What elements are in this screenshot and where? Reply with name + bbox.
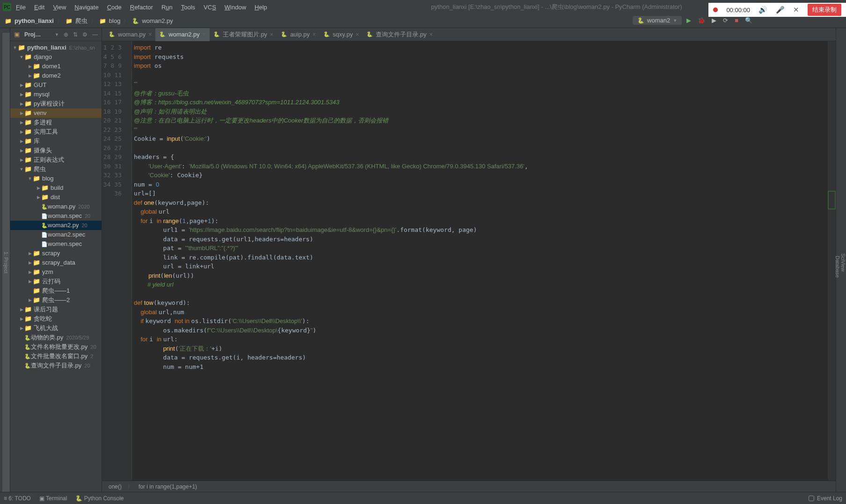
- run-coverage-button[interactable]: ▶: [712, 17, 716, 24]
- terminal-tab[interactable]: ▣ Terminal: [39, 495, 67, 502]
- audio-icon[interactable]: 🔊: [758, 6, 767, 14]
- python-console-tab[interactable]: 🐍 Python Console: [75, 495, 124, 502]
- error-marker[interactable]: [828, 191, 836, 209]
- menu-run[interactable]: Run: [161, 4, 173, 11]
- close-icon[interactable]: ×: [430, 31, 433, 38]
- tree-item[interactable]: ▼📁blog: [10, 174, 102, 183]
- tree-item[interactable]: ▶📁scrapy: [10, 249, 102, 258]
- tab-sqxy[interactable]: 🐍sqxy.py×: [320, 28, 363, 41]
- tree-item[interactable]: ▶📁mysql: [10, 90, 102, 99]
- tree-file[interactable]: 🐍 动物的类.py2020/5/29: [10, 333, 102, 342]
- tree-item[interactable]: ▶📁scrapy_data: [10, 258, 102, 267]
- editor-error-stripe[interactable]: [827, 41, 836, 481]
- tree-file[interactable]: 🐍 文件名称批量更改.py20: [10, 342, 102, 352]
- fold-column[interactable]: [125, 41, 132, 481]
- tree-file[interactable]: 🐍 文件批量改名窗口.py2: [10, 352, 102, 361]
- tree-item[interactable]: ▼📁django: [10, 52, 102, 62]
- tree-item[interactable]: ▼📁爬虫: [10, 165, 102, 174]
- tree-item[interactable]: ▶📁yzm: [10, 267, 102, 277]
- target-icon[interactable]: ⊕: [64, 31, 68, 38]
- chevron-down-icon[interactable]: ▼: [55, 32, 59, 37]
- close-icon[interactable]: ×: [270, 31, 273, 38]
- menu-code[interactable]: Code: [107, 4, 122, 11]
- menu-file[interactable]: File: [16, 4, 26, 11]
- tree-item-venv[interactable]: ▶📁venv: [10, 108, 102, 118]
- menu-view[interactable]: View: [53, 4, 66, 11]
- tab-auip[interactable]: 🐍auip.py×: [277, 28, 320, 41]
- editor-tabs: 🐍woman.py× 🐍woman2.py× 🐍王者荣耀图片.py× 🐍auip…: [102, 28, 836, 41]
- run-button[interactable]: ▶: [686, 17, 691, 24]
- tab-woman2[interactable]: 🐍woman2.py×: [155, 28, 210, 41]
- project-panel-header: ▣ Proj… ▼ ⊕ ⇅ ⚙ —: [10, 28, 102, 41]
- tree-item[interactable]: ▶📁dome2: [10, 71, 102, 80]
- close-icon[interactable]: ×: [356, 31, 359, 38]
- tree-item[interactable]: ▶📁云打码: [10, 277, 102, 286]
- code-content[interactable]: import re import requests import os ''' …: [132, 41, 827, 481]
- close-icon[interactable]: ×: [203, 31, 206, 38]
- tree-item[interactable]: ▶📁dome1: [10, 62, 102, 71]
- tree-file[interactable]: 📄 woman2.spec: [10, 230, 102, 239]
- stop-button[interactable]: ■: [735, 17, 738, 24]
- tab-wzry[interactable]: 🐍王者荣耀图片.py×: [210, 28, 277, 41]
- tree-item[interactable]: ▶📁爬虫——2: [10, 295, 102, 305]
- tree-item[interactable]: ▶📁正则表达式: [10, 155, 102, 165]
- code-editor[interactable]: 1 2 3 4 5 6 7 8 9 10 11 12 13 14 15 16 1…: [102, 41, 836, 481]
- todo-tab[interactable]: ≡ 6: TODO: [4, 495, 31, 502]
- tree-file-selected[interactable]: 🐍 woman2.py20: [10, 221, 102, 230]
- tab-cxwj[interactable]: 🐍查询文件子目录.py×: [363, 28, 436, 41]
- tree-file[interactable]: 🐍 woman.py2020: [10, 202, 102, 211]
- run-config-selector[interactable]: 🐍 woman2 ▼: [633, 16, 682, 25]
- tree-item[interactable]: ▶📁dist: [10, 193, 102, 202]
- app-icon: PC: [3, 3, 11, 11]
- tree-item[interactable]: ▶📁课后习题: [10, 305, 102, 314]
- menu-edit[interactable]: Edit: [34, 4, 44, 11]
- breadcrumb-func[interactable]: one(): [109, 483, 122, 490]
- close-icon[interactable]: ✕: [793, 6, 799, 14]
- debug-button[interactable]: 🐞: [698, 17, 705, 24]
- tree-item[interactable]: ▶📁build: [10, 183, 102, 193]
- project-panel-title[interactable]: Proj…: [24, 31, 50, 38]
- tree-file[interactable]: 🐍 查询文件子目录.py20: [10, 361, 102, 370]
- breadcrumb-file[interactable]: woman2.py: [142, 17, 173, 24]
- breadcrumb-d2[interactable]: blog: [109, 17, 121, 24]
- menu-window[interactable]: Window: [225, 4, 246, 11]
- tree-file[interactable]: 📄 women.spec: [10, 239, 102, 249]
- tree-item[interactable]: ▶📁摄像头: [10, 146, 102, 155]
- python-file-icon: 🐍: [637, 17, 644, 24]
- attach-button[interactable]: ⟳: [723, 17, 728, 24]
- expand-icon[interactable]: ⇅: [73, 31, 78, 38]
- tool-project-tab[interactable]: 1: Project: [2, 33, 10, 492]
- search-button[interactable]: 🔍: [745, 17, 752, 24]
- breadcrumb-root[interactable]: python_lianxi: [15, 17, 54, 24]
- tree-item[interactable]: ▶📁飞机大战: [10, 324, 102, 333]
- menu-tools[interactable]: Tools: [181, 4, 195, 11]
- stop-record-button[interactable]: 结束录制: [808, 4, 841, 16]
- breadcrumb-for[interactable]: for i in range(1,page+1): [139, 483, 197, 490]
- mic-off-icon[interactable]: 🎤: [776, 6, 785, 14]
- hide-icon[interactable]: —: [92, 31, 98, 38]
- folder-icon: ▣: [14, 31, 20, 38]
- tool-sciview-tab[interactable]: SciView: [840, 253, 846, 272]
- tree-file[interactable]: 📄 woman.spec20: [10, 211, 102, 221]
- close-icon[interactable]: ×: [313, 31, 316, 38]
- settings-icon[interactable]: ⚙: [82, 31, 88, 38]
- tree-item[interactable]: ▶📁贪吃蛇: [10, 314, 102, 324]
- menu-help[interactable]: Help: [255, 4, 267, 11]
- event-log-button[interactable]: Event Log: [809, 495, 842, 502]
- tab-woman[interactable]: 🐍woman.py×: [105, 28, 155, 41]
- menu-navigate[interactable]: Navigate: [74, 4, 98, 11]
- project-tree[interactable]: ▼📁python_lianxiE:\zhao_sn ▼📁django ▶📁dom…: [10, 41, 102, 372]
- python-file-icon: 🐍: [366, 31, 373, 37]
- close-icon[interactable]: ×: [148, 31, 152, 38]
- event-log-icon: [809, 496, 814, 501]
- tree-item[interactable]: 📁爬虫——1: [10, 286, 102, 295]
- breadcrumb-d1[interactable]: 爬虫: [75, 17, 88, 25]
- menu-refactor[interactable]: Refactor: [130, 4, 153, 11]
- tree-item[interactable]: ▶📁GUT: [10, 80, 102, 90]
- tree-root[interactable]: ▼📁python_lianxiE:\zhao_sn: [10, 43, 102, 52]
- tree-item[interactable]: ▶📁多进程: [10, 118, 102, 127]
- tree-item[interactable]: ▶📁实用工具: [10, 127, 102, 137]
- menu-vcs[interactable]: VCS: [204, 4, 216, 11]
- tree-item[interactable]: ▶📁py课程设计: [10, 99, 102, 108]
- tree-item[interactable]: ▶📁库: [10, 137, 102, 146]
